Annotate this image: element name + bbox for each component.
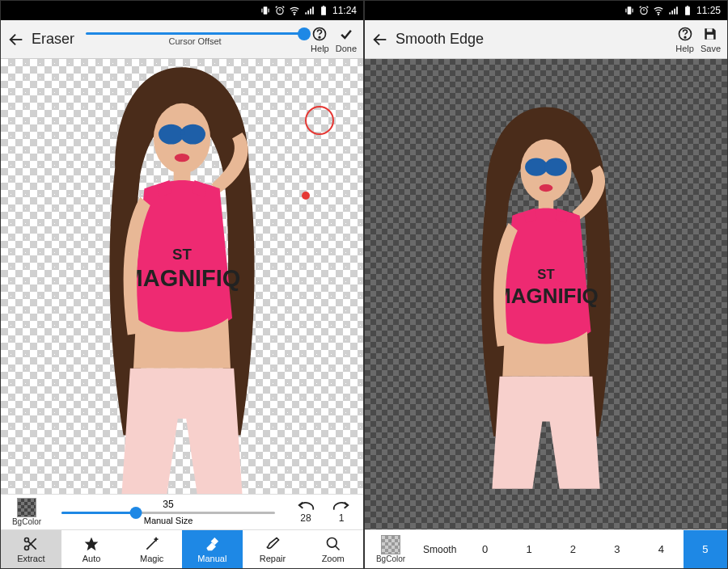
tool-label: Extract (17, 554, 44, 563)
svg-rect-48 (685, 6, 690, 15)
svg-text:MAGNIFIQ: MAGNIFIQ (493, 284, 599, 307)
svg-text:ST: ST (172, 246, 192, 263)
slider-thumb[interactable] (298, 27, 311, 40)
svg-marker-29 (85, 537, 99, 550)
wifi-icon (289, 5, 300, 16)
scissors-icon (23, 536, 39, 552)
alarm-icon (638, 5, 650, 16)
tool-zoom[interactable]: Zoom (303, 530, 363, 568)
redo-count: 1 (339, 512, 345, 524)
smooth-steps: 0 1 2 3 4 5 (463, 530, 727, 568)
help-icon (677, 26, 693, 42)
redo-button[interactable]: 1 (324, 500, 358, 524)
battery-icon (682, 5, 693, 16)
svg-rect-36 (628, 6, 632, 14)
svg-rect-37 (625, 9, 626, 13)
manual-size-slider[interactable]: 35 Manual Size (49, 499, 287, 525)
svg-rect-44 (669, 12, 671, 14)
cursor-offset-ring (305, 106, 334, 135)
save-icon (702, 26, 718, 42)
signal-icon (303, 5, 315, 16)
back-arrow-icon[interactable] (371, 31, 389, 48)
star-icon (83, 536, 99, 552)
tool-manual[interactable]: Manual (182, 530, 243, 568)
help-button[interactable]: Help (675, 26, 694, 53)
phone-smooth-edge: 11:25 Smooth Edge Help Save (364, 0, 728, 569)
svg-rect-58 (545, 164, 548, 167)
done-button[interactable]: Done (336, 26, 357, 53)
bgcolor-label: BgColor (376, 554, 405, 563)
svg-rect-46 (674, 9, 675, 15)
subject-image: ST MAGNIFIQ (434, 75, 658, 513)
back-arrow-icon[interactable] (7, 31, 25, 48)
bgcolor-button[interactable]: BgColor (6, 498, 48, 526)
status-time: 11:25 (696, 5, 721, 16)
svg-rect-20 (181, 131, 184, 134)
bottom-toolbar: Extract Auto Magic Manual Repair Zoom (1, 529, 363, 568)
svg-point-34 (327, 537, 336, 547)
svg-point-18 (159, 124, 184, 145)
tool-auto[interactable]: Auto (61, 530, 122, 568)
smooth-step-4[interactable]: 4 (639, 530, 683, 568)
svg-point-57 (544, 158, 567, 175)
svg-point-56 (525, 158, 548, 175)
vibrate-icon (624, 5, 635, 16)
svg-point-43 (658, 14, 658, 15)
save-button[interactable]: Save (700, 26, 721, 53)
help-icon (311, 26, 328, 42)
svg-rect-54 (707, 34, 713, 39)
svg-line-6 (282, 6, 284, 8)
tool-magic[interactable]: Magic (121, 530, 182, 568)
smooth-step-1[interactable]: 1 (507, 530, 551, 568)
slider-thumb[interactable] (130, 507, 142, 519)
eraser-icon (204, 536, 220, 552)
manual-size-label: Manual Size (144, 516, 193, 525)
cursor-touch-dot (302, 192, 310, 200)
svg-rect-8 (305, 12, 307, 14)
bgcolor-button[interactable]: BgColor (365, 535, 417, 563)
bgcolor-swatch (381, 535, 400, 554)
smooth-step-5[interactable]: 5 (684, 530, 727, 568)
tool-extract[interactable]: Extract (1, 530, 61, 568)
svg-rect-1 (261, 9, 262, 13)
smooth-row: BgColor Smooth 0 1 2 3 4 5 (365, 529, 727, 568)
bgcolor-swatch (17, 498, 36, 517)
svg-line-42 (646, 6, 648, 8)
svg-rect-2 (268, 9, 269, 13)
tool-label: Auto (83, 554, 101, 563)
status-bar: 11:25 (365, 1, 727, 20)
svg-rect-47 (676, 6, 678, 14)
canvas[interactable]: ST MAGNIFIQ (365, 59, 727, 529)
svg-text:MAGNIFIQ: MAGNIFIQ (124, 265, 241, 291)
svg-rect-9 (307, 11, 309, 15)
svg-point-52 (684, 36, 686, 38)
tool-repair[interactable]: Repair (243, 530, 303, 568)
svg-point-39 (641, 8, 647, 15)
subject-image: ST MAGNIFIQ (52, 59, 313, 494)
signal-icon (667, 5, 679, 16)
bgcolor-label: BgColor (12, 517, 41, 526)
smooth-step-0[interactable]: 0 (463, 530, 506, 568)
svg-rect-53 (707, 28, 713, 32)
svg-rect-0 (264, 6, 268, 14)
smooth-step-2[interactable]: 2 (551, 530, 595, 568)
manual-size-row: BgColor 35 Manual Size 28 1 (1, 494, 363, 529)
help-label: Help (675, 44, 694, 53)
canvas[interactable]: ST MAGNIFIQ (1, 59, 363, 494)
check-icon (338, 26, 354, 42)
undo-icon (297, 500, 315, 512)
svg-point-25 (25, 537, 29, 542)
smooth-step-3[interactable]: 3 (595, 530, 639, 568)
svg-rect-45 (671, 11, 673, 15)
svg-point-26 (25, 546, 29, 550)
svg-text:ST: ST (537, 267, 554, 282)
page-title: Eraser (32, 31, 74, 48)
wifi-icon (653, 5, 664, 16)
help-button[interactable]: Help (311, 26, 329, 53)
svg-rect-10 (310, 9, 311, 15)
undo-button[interactable]: 28 (289, 500, 323, 524)
alarm-icon (274, 5, 286, 16)
svg-rect-38 (632, 9, 633, 13)
undo-count: 28 (300, 512, 311, 524)
cursor-offset-slider[interactable]: Cursor Offset (86, 32, 304, 46)
